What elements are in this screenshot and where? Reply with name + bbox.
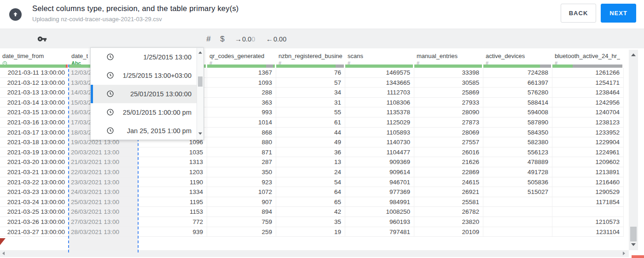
date-format-option[interactable]: 25/01/2015 13:00:00 <box>91 85 203 103</box>
table-cell: 871 <box>207 147 276 158</box>
vertical-scrollbar[interactable] <box>629 50 638 250</box>
table-cell: 76 <box>276 68 345 78</box>
table-cell <box>483 207 552 217</box>
format-option-label: 1/25/2015 13:00+03:00 <box>122 72 191 79</box>
table-cell: 24615 <box>414 177 483 188</box>
table-cell <box>552 207 624 217</box>
table-cell: 1343665 <box>345 78 414 88</box>
table-cell: 287 <box>207 157 276 167</box>
column-quality-bar <box>0 64 68 68</box>
back-button[interactable]: BACK <box>561 4 596 23</box>
increase-decimal-button[interactable]: →0.00 <box>235 29 255 49</box>
table-cell: 2021-03-26 13:00:00 <box>0 217 69 227</box>
date-format-option[interactable]: 25/01/2015 1:00:00 pm <box>91 103 203 122</box>
menu-scroll-down-arrow[interactable] <box>198 133 202 135</box>
table-cell: 1104477 <box>345 147 414 158</box>
table-cell: 1171854 <box>552 197 624 207</box>
table-cell: 661397 <box>483 78 552 88</box>
column-nzbn_registered_busine[interactable]: nzbn_registered_busine#76573431556144493… <box>276 48 345 250</box>
table-cell: 2021-03-12 13:00:00 <box>0 78 69 88</box>
clock-icon <box>106 53 114 61</box>
table-cell: 993 <box>207 107 276 117</box>
table-cell: 1261266 <box>552 68 624 78</box>
table-cell: 1190 <box>138 177 207 188</box>
table-cell: 26016 <box>414 147 483 158</box>
column-header: date_time_from <box>2 53 44 59</box>
column-quality-bar <box>483 64 551 68</box>
table-cell: 27933 <box>414 98 483 108</box>
scroll-right-arrow[interactable] <box>623 252 625 255</box>
format-option-label: 25/01/2015 1:00:00 pm <box>123 109 191 116</box>
date-format-option[interactable]: 1/25/2015 13:00+03:00 <box>91 66 203 85</box>
table-cell: 2021-03-17 13:00:00 <box>0 128 69 138</box>
table-cell: 2021-03-24 13:00:00 <box>0 197 69 207</box>
table-cell: 2021-03-11 13:00:00 <box>0 68 69 78</box>
clock-icon <box>106 90 114 98</box>
primary-key-icon[interactable] <box>36 29 48 49</box>
table-cell: 909614 <box>345 167 414 177</box>
menu-scrollbar[interactable] <box>197 48 203 140</box>
column-bluetooth_active_24_hr_[interactable]: bluetooth_active_24_hr_#1261266125417112… <box>552 48 624 250</box>
table-cell: 20/03/2021 13:00 <box>69 147 138 158</box>
scroll-down-arrow[interactable] <box>631 243 636 246</box>
column-header: bluetooth_active_24_hr_ <box>555 53 620 59</box>
table-cell: 22/03/2021 13:00 <box>69 167 138 177</box>
table-cell: 1108306 <box>345 98 414 108</box>
table-cell: 30585 <box>414 78 483 88</box>
selected-column-extension <box>69 237 138 250</box>
table-cell: 772 <box>138 217 207 227</box>
menu-scroll-up-arrow[interactable] <box>198 52 202 54</box>
clock-icon <box>106 127 114 135</box>
table-cell: 28069 <box>414 128 483 138</box>
column-manual_entries[interactable]: manual_entries#3339830585258692793328090… <box>414 48 483 250</box>
table-cell: 2021-03-18 13:00:00 <box>0 137 69 147</box>
column-quality-bar <box>207 64 275 68</box>
table-cell: 1254171 <box>552 78 624 88</box>
table-cell: 27873 <box>414 117 483 128</box>
table-cell: 1153 <box>138 207 207 217</box>
table-cell: 491728 <box>483 167 552 177</box>
table-cell: 2021-03-15 13:00:00 <box>0 107 69 117</box>
table-cell: 1240704 <box>552 107 624 117</box>
table-cell: 1367 <box>207 68 276 78</box>
column-active_devices[interactable]: active_devices#7242886613975762805884145… <box>483 48 552 250</box>
date-format-option[interactable]: Jan 25, 2015 1:00 pm <box>91 122 203 140</box>
column-header: scans <box>348 53 363 59</box>
table-cell: 25581 <box>414 197 483 207</box>
next-button[interactable]: NEXT <box>601 4 636 23</box>
table-cell: 55 <box>276 107 345 117</box>
menu-scroll-thumb[interactable] <box>198 76 203 87</box>
horizontal-scrollbar[interactable] <box>0 250 629 257</box>
clock-icon <box>106 71 114 79</box>
format-option-label: Jan 25, 2015 1:00 pm <box>127 127 191 135</box>
right-arrow-icon: → <box>235 35 242 43</box>
table-cell: 515027 <box>483 187 552 197</box>
number-type-icon[interactable]: # <box>203 29 215 49</box>
scroll-up-arrow[interactable] <box>631 53 636 56</box>
column-type-toolbar: TT Date / time # $ →0.00 ←0.00 <box>0 29 644 49</box>
column-date_time_from[interactable]: date_time_from2021-03-11 13:00:002021-03… <box>0 48 69 250</box>
table-cell: 1229904 <box>552 137 624 147</box>
table-cell: 909369 <box>345 157 414 167</box>
table-cell: 2021-03-20 13:00:00 <box>0 157 69 167</box>
table-cell: 35 <box>276 217 345 227</box>
table-cell: 22869 <box>414 167 483 177</box>
table-cell: 907 <box>207 197 276 207</box>
column-qr_codes_generated[interactable]: qr_codes_generated#136710932883639931014… <box>207 48 276 250</box>
scroll-left-arrow[interactable] <box>2 252 5 255</box>
column-header: date_t <box>71 53 88 59</box>
date-format-option[interactable]: 1/25/2015 13:00 <box>91 48 203 66</box>
table-cell: 34 <box>276 88 345 98</box>
decrease-decimal-button[interactable]: ←0.00 <box>266 29 286 49</box>
hscrollbar-corner-indicator <box>632 255 644 258</box>
selected-column-left-border <box>68 64 69 252</box>
column-header: manual_entries <box>417 53 458 59</box>
column-scans[interactable]: scans#1469575134366511127031108306113537… <box>345 48 414 250</box>
table-cell: 25869 <box>414 88 483 98</box>
table-cell: 259 <box>207 227 276 237</box>
table-cell: 939 <box>138 227 207 237</box>
currency-type-icon[interactable]: $ <box>216 29 228 49</box>
table-cell: 1014 <box>207 117 276 128</box>
vertical-scroll-thumb[interactable] <box>630 227 637 241</box>
table-cell: 984991 <box>345 197 414 207</box>
